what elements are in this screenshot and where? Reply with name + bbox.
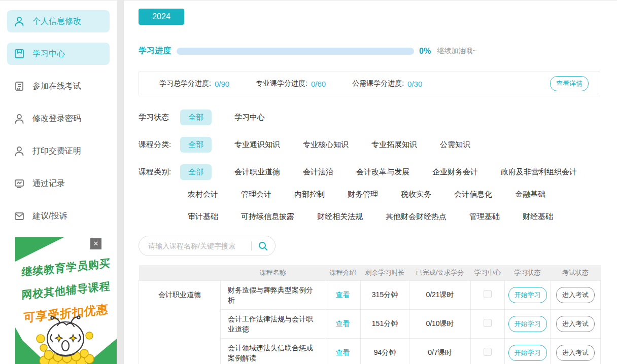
sidebar-item-label: 通过记录 — [32, 178, 65, 189]
filter-label-course-category: 课程分类: — [139, 136, 180, 153]
sidebar-item-learning-center[interactable]: 学习中心 — [7, 43, 110, 65]
filter-option-course-category[interactable]: 全部 — [180, 137, 212, 153]
progress-percent: 0% — [419, 47, 431, 56]
column-header: 学习中心 — [471, 265, 505, 280]
search-box — [139, 236, 276, 256]
filter-option-course-category[interactable]: 专业核心知识 — [303, 140, 349, 150]
page: 个人信息修改学习中心参加在线考试修改登录密码打印交费证明通过记录建议/投诉 ✕ … — [0, 0, 617, 364]
ad-text-line1: 继续教育学员购买 — [16, 255, 117, 280]
envelope-icon — [14, 210, 25, 222]
filter-option-course-type[interactable]: 财经基础 — [523, 212, 553, 222]
filter-option-course-type[interactable]: 管理会计 — [241, 190, 271, 199]
credit-item-1: 专业课学分进度:0/60 — [256, 79, 326, 88]
course-group-cell: 会计职业道德 — [139, 280, 221, 364]
filter-row-study-status: 学习状态全部学习中心 — [139, 109, 617, 125]
sidebar-item-feedback[interactable]: 建议/投诉 — [7, 205, 110, 227]
column-header: 已完成/要求学分 — [409, 265, 471, 280]
ad-text-line2: 网校其他辅导课程 — [16, 278, 117, 303]
filter-option-course-category[interactable]: 专业通识知识 — [234, 140, 280, 150]
filter-option-course-type[interactable]: 财经相关法规 — [317, 212, 363, 222]
filter-options-course-category: 全部专业通识知识专业核心知识专业拓展知识公需知识 — [180, 136, 470, 153]
filter-option-course-type[interactable]: 会计信息化 — [454, 190, 492, 199]
view-link[interactable]: 查看 — [336, 348, 350, 356]
filter-option-course-type[interactable]: 会计职业道德 — [234, 167, 280, 177]
filter-option-course-type[interactable]: 财务管理 — [348, 190, 378, 199]
row-checkbox[interactable] — [484, 348, 492, 356]
exam-status-cell: 进入考试 — [551, 280, 601, 309]
credit-item-label: 公需课学分进度: — [352, 79, 404, 88]
sidebar-item-pass-records[interactable]: 通过记录 — [7, 172, 110, 195]
course-name-cell: 财务造假与舞弊典型案例分析 — [221, 280, 325, 309]
exam-status-cell: 进入考试 — [551, 309, 601, 338]
enter-exam-button[interactable]: 进入考试 — [556, 287, 595, 303]
filter-option-course-type[interactable]: 其他财会财经热点 — [386, 212, 447, 222]
sidebar-item-label: 建议/投诉 — [32, 211, 67, 222]
credits-cell: 0/21课时 — [409, 280, 471, 309]
start-study-button[interactable]: 开始学习 — [508, 316, 547, 332]
remaining-time-cell: 315分钟 — [361, 280, 409, 309]
sidebar-item-label: 修改登录密码 — [32, 114, 81, 124]
view-link[interactable]: 查看 — [336, 290, 350, 299]
start-study-button[interactable]: 开始学习 — [508, 345, 547, 361]
search-icon[interactable] — [258, 241, 268, 251]
sidebar-item-payment-proof[interactable]: 打印交费证明 — [7, 140, 110, 162]
user-icon — [14, 145, 25, 157]
filter-option-course-type[interactable]: 全部 — [180, 164, 212, 180]
ad-close-icon[interactable]: ✕ — [90, 238, 101, 249]
enter-exam-button[interactable]: 进入考试 — [556, 316, 595, 332]
credit-items: 学习总学分进度:0/90专业课学分进度:0/60公需课学分进度:0/30 — [139, 79, 422, 88]
search-input[interactable] — [148, 242, 251, 250]
filter-option-course-type[interactable]: 可持续信息披露 — [241, 212, 294, 222]
filter-option-study-status[interactable]: 全部 — [180, 110, 212, 125]
filter-option-course-category[interactable]: 专业拓展知识 — [371, 140, 417, 150]
sidebar-item-label: 打印交费证明 — [32, 146, 81, 157]
ad-triangle-decoration — [15, 237, 64, 262]
view-link[interactable]: 查看 — [336, 319, 350, 327]
learning-center-cell — [471, 309, 505, 338]
start-study-button[interactable]: 开始学习 — [508, 287, 547, 303]
bookmark-icon — [14, 48, 25, 59]
filter-option-course-type[interactable]: 内部控制 — [294, 190, 325, 199]
column-header: 学习状态 — [505, 265, 551, 280]
filter-option-course-type[interactable]: 税收实务 — [401, 190, 431, 199]
sidebar-item-online-exam[interactable]: 参加在线考试 — [7, 75, 110, 97]
filter-options-study-status: 全部学习中心 — [180, 109, 265, 125]
sidebar-item-label: 学习中心 — [32, 49, 65, 59]
monitor-icon — [14, 178, 25, 189]
filter-option-line: 全部专业通识知识专业核心知识专业拓展知识公需知识 — [180, 136, 470, 153]
filter-option-course-category[interactable]: 公需知识 — [440, 140, 470, 150]
progress-label: 学习进度 — [139, 46, 171, 56]
learning-center-cell — [471, 338, 505, 364]
column-header: 课程介绍 — [325, 265, 361, 280]
credit-summary-box: 学习总学分进度:0/90专业课学分进度:0/60公需课学分进度:0/30 查看详… — [139, 71, 600, 96]
sidebar-item-password[interactable]: 修改登录密码 — [7, 107, 110, 130]
filter-option-course-type[interactable]: 会计法治 — [303, 167, 333, 177]
filter-option-course-type[interactable]: 管理基础 — [469, 212, 500, 222]
filter-option-course-type[interactable]: 政府及非营利组织会计 — [501, 167, 577, 177]
study-status-cell: 开始学习 — [505, 309, 551, 338]
filter-option-line: 审计基础可持续信息披露财经相关法规其他财会财经热点管理基础财经基础 — [188, 208, 577, 225]
credits-cell: 0/10课时 — [409, 309, 471, 338]
filter-option-course-type[interactable]: 金融基础 — [515, 190, 545, 199]
course-intro-cell: 查看 — [325, 309, 361, 338]
sidebar-menu: 个人信息修改学习中心参加在线考试修改登录密码打印交费证明通过记录建议/投诉 — [0, 1, 117, 227]
course-name-cell: 会计工作法律法规与会计职业道德 — [221, 309, 325, 338]
document-icon — [14, 81, 25, 92]
progress-bar — [177, 48, 414, 55]
filter-option-course-type[interactable]: 会计改革与发展 — [356, 167, 409, 177]
year-tab-2024[interactable]: 2024 — [139, 9, 184, 25]
sidebar-item-profile[interactable]: 个人信息修改 — [7, 10, 110, 32]
filter-option-course-type[interactable]: 审计基础 — [188, 212, 218, 222]
credit-item-value: 0/60 — [311, 80, 326, 88]
filter-option-course-type[interactable]: 农村会计 — [188, 190, 218, 199]
view-details-button[interactable]: 查看详情 — [550, 76, 589, 91]
row-checkbox[interactable] — [484, 290, 492, 298]
enter-exam-button[interactable]: 进入考试 — [556, 345, 595, 361]
filter-option-line: 全部学习中心 — [180, 109, 265, 125]
filter-option-course-type[interactable]: 企业财务会计 — [432, 167, 478, 177]
remaining-time-cell: 94分钟 — [361, 338, 409, 364]
filter-option-study-status[interactable]: 学习中心 — [234, 113, 265, 122]
row-checkbox[interactable] — [484, 319, 492, 327]
exam-status-cell: 进入考试 — [551, 338, 601, 364]
ad-banner[interactable]: ✕ 继续教育学员购买 网校其他辅导课程 可享受折扣优惠 — [15, 237, 117, 364]
